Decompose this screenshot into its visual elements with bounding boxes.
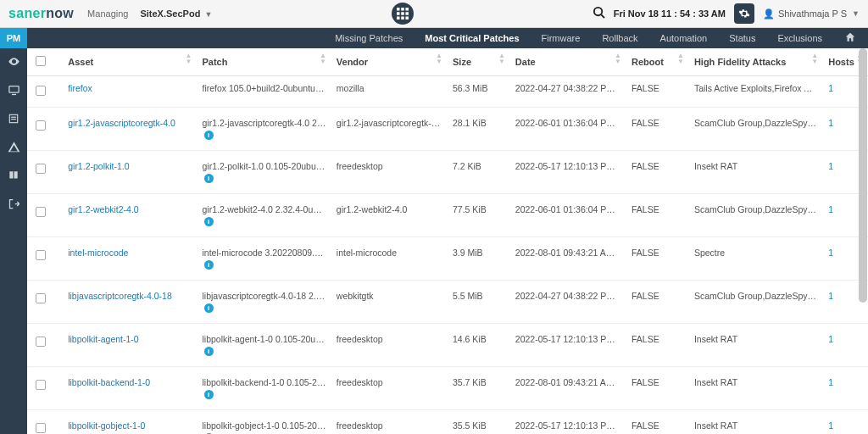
table-row[interactable]: gir1.2-polkit-1.0gir1.2-polkit-1.0 0.105… — [27, 151, 868, 194]
row-checkbox[interactable] — [36, 164, 46, 174]
module-tabs: Missing Patches Most Critical Patches Fi… — [335, 31, 868, 45]
apps-grid-icon — [397, 8, 409, 19]
vendor-cell: mozilla — [331, 76, 448, 108]
user-menu[interactable]: 👤Shivathmaja P S ▼ — [763, 8, 860, 19]
reboot-cell: FALSE — [626, 410, 689, 435]
hosts-link[interactable]: 1 — [828, 377, 833, 387]
settings-button[interactable] — [734, 3, 754, 24]
table-row[interactable]: libpolkit-gobject-1-0libpolkit-gobject-1… — [27, 410, 868, 435]
table-row[interactable]: firefoxfirefox 105.0+build2-0ubuntu0.18.… — [27, 76, 868, 108]
book-icon[interactable] — [8, 170, 19, 184]
patch-cell: libpolkit-agent-1-0 0.105-20ubuntu0.1...… — [198, 324, 331, 367]
hosts-link[interactable]: 1 — [828, 334, 833, 344]
info-icon[interactable]: i — [204, 174, 214, 183]
col-size[interactable]: Size▲▼ — [448, 48, 510, 76]
eye-icon[interactable] — [8, 55, 20, 70]
home-icon[interactable] — [844, 31, 856, 45]
hosts-link[interactable]: 1 — [828, 161, 833, 171]
alert-icon[interactable] — [8, 141, 20, 156]
managing-label: Managing — [87, 8, 128, 19]
apps-grid-button[interactable] — [392, 3, 414, 25]
asset-link[interactable]: firefox — [68, 83, 92, 93]
row-checkbox[interactable] — [36, 293, 46, 303]
date-cell: 2022-05-17 12:10:13 PM IST — [510, 151, 626, 194]
search-icon[interactable] — [593, 6, 605, 21]
asset-link[interactable]: gir1.2-javascriptcoregtk-4.0 — [68, 118, 175, 128]
tab-firmware[interactable]: Firmware — [542, 33, 581, 43]
info-icon[interactable]: i — [204, 217, 214, 226]
select-all-checkbox[interactable] — [36, 56, 46, 66]
asset-link[interactable]: intel-microcode — [68, 248, 128, 258]
scrollbar-thumb[interactable] — [859, 48, 867, 303]
asset-link[interactable]: gir1.2-webkit2-4.0 — [68, 204, 138, 214]
row-checkbox[interactable] — [36, 337, 46, 347]
module-badge[interactable]: PM — [0, 28, 27, 48]
info-icon[interactable]: i — [204, 260, 214, 270]
tab-most-critical-patches[interactable]: Most Critical Patches — [425, 33, 519, 43]
reboot-cell: FALSE — [626, 324, 689, 367]
monitor-icon[interactable] — [8, 84, 20, 99]
gear-icon — [738, 8, 750, 19]
tab-status[interactable]: Status — [729, 33, 755, 43]
hosts-link[interactable]: 1 — [828, 83, 833, 93]
asset-link[interactable]: libpolkit-backend-1-0 — [68, 377, 150, 387]
col-asset[interactable]: Asset▲▼ — [63, 48, 197, 76]
table-row[interactable]: gir1.2-webkit2-4.0gir1.2-webkit2-4.0 2.3… — [27, 194, 868, 237]
row-checkbox[interactable] — [36, 120, 46, 131]
table-row[interactable]: intel-microcodeintel-microcode 3.2022080… — [27, 237, 868, 281]
list-icon[interactable] — [8, 113, 19, 127]
row-checkbox[interactable] — [36, 423, 46, 433]
hosts-link[interactable]: 1 — [828, 420, 833, 431]
svg-line-10 — [601, 14, 604, 18]
size-cell: 35.5 KiB — [448, 410, 510, 435]
table-row[interactable]: gir1.2-javascriptcoregtk-4.0gir1.2-javas… — [27, 108, 868, 151]
tab-automation[interactable]: Automation — [660, 33, 708, 43]
col-reboot[interactable]: Reboot▲▼ — [626, 48, 689, 76]
patch-cell: gir1.2-polkit-1.0 0.105-20ubuntu0.18.0..… — [198, 151, 331, 194]
asset-link[interactable]: libpolkit-gobject-1-0 — [68, 420, 145, 431]
tab-rollback[interactable]: Rollback — [602, 33, 637, 43]
tab-exclusions[interactable]: Exclusions — [777, 33, 822, 43]
svg-rect-3 — [397, 12, 400, 15]
svg-point-9 — [594, 8, 602, 15]
info-icon[interactable]: i — [204, 131, 214, 140]
vendor-cell: webkitgtk — [331, 281, 448, 324]
tab-missing-patches[interactable]: Missing Patches — [335, 33, 403, 43]
asset-link[interactable]: libpolkit-agent-1-0 — [68, 334, 138, 344]
logout-icon[interactable] — [8, 198, 20, 213]
asset-link[interactable]: libjavascriptcoregtk-4.0-18 — [68, 291, 172, 301]
info-icon[interactable]: i — [204, 303, 214, 313]
col-checkbox[interactable] — [27, 48, 63, 76]
table-row[interactable]: libjavascriptcoregtk-4.0-18libjavascript… — [27, 281, 868, 324]
row-checkbox[interactable] — [36, 250, 46, 260]
table-row[interactable]: libpolkit-agent-1-0libpolkit-agent-1-0 0… — [27, 324, 868, 367]
col-attacks[interactable]: High Fidelity Attacks▲▼ — [689, 48, 823, 76]
reboot-cell: FALSE — [626, 151, 689, 194]
sort-icon: ▲▼ — [186, 53, 192, 64]
info-icon[interactable]: i — [204, 347, 214, 356]
row-checkbox[interactable] — [36, 207, 46, 217]
hosts-link[interactable]: 1 — [828, 248, 833, 258]
user-icon: 👤 — [763, 8, 775, 19]
col-patch[interactable]: Patch▲▼ — [198, 48, 331, 76]
patch-cell: gir1.2-webkit2-4.0 2.32.4-0ubuntu0.18...… — [198, 194, 331, 237]
col-vendor[interactable]: Vendor▲▼ — [331, 48, 448, 76]
date-cell: 2022-04-27 04:38:22 PM IST — [510, 76, 626, 108]
size-cell: 77.5 KiB — [448, 194, 510, 237]
row-checkbox[interactable] — [36, 86, 46, 96]
site-selector[interactable]: SiteX.SecPod ▼ — [140, 8, 212, 19]
info-icon[interactable]: i — [204, 390, 214, 399]
scrollbar-track[interactable] — [859, 48, 867, 434]
hosts-link[interactable]: 1 — [828, 118, 833, 128]
attacks-cell: ScamClub Group,DazzleSpy Spyware,... — [689, 281, 823, 324]
asset-link[interactable]: gir1.2-polkit-1.0 — [68, 161, 129, 171]
reboot-cell: FALSE — [626, 108, 689, 151]
attacks-cell: Insekt RAT — [689, 367, 823, 410]
table-row[interactable]: libpolkit-backend-1-0libpolkit-backend-1… — [27, 367, 868, 410]
col-date[interactable]: Date▲▼ — [510, 48, 626, 76]
row-checkbox[interactable] — [36, 380, 46, 390]
size-cell: 14.6 KiB — [448, 324, 510, 367]
hosts-link[interactable]: 1 — [828, 204, 833, 214]
hosts-link[interactable]: 1 — [828, 291, 833, 301]
reboot-cell: FALSE — [626, 76, 689, 108]
